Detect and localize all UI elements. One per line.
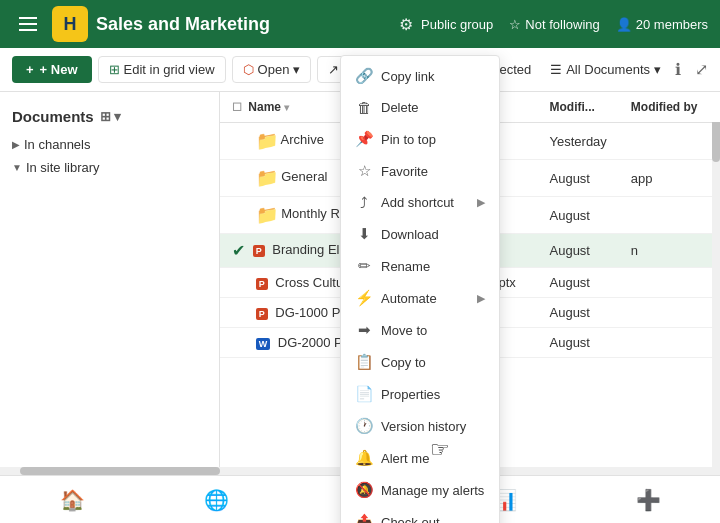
menu-label-move-to: Move to <box>381 323 427 338</box>
menu-item-manage-alerts[interactable]: 🔕 Manage my alerts <box>341 474 499 506</box>
properties-icon: 📄 <box>355 385 373 403</box>
expand-icon[interactable]: ⤢ <box>695 60 708 79</box>
sidebar-header: Documents ⊞ ▾ <box>0 104 219 133</box>
row-check-icon: ✔ <box>232 242 245 259</box>
cell-modified: August <box>538 268 619 298</box>
menu-item-rename[interactable]: ✏ Rename <box>341 250 499 282</box>
col-header-modified-by[interactable]: Modified by <box>619 92 710 123</box>
cell-modified-by: app <box>619 160 710 197</box>
copy-link-icon: 🔗 <box>355 67 373 85</box>
pptx-icon: P <box>256 308 268 320</box>
menu-item-move-to[interactable]: ➡ Move to <box>341 314 499 346</box>
menu-item-automate[interactable]: ⚡ Automate ▶ <box>341 282 499 314</box>
col-header-add[interactable]: + Add column <box>710 92 720 123</box>
menu-label-version-history: Version history <box>381 419 466 434</box>
menu-label-favorite: Favorite <box>381 164 428 179</box>
sidebar-in-channels[interactable]: ▶ In channels <box>0 133 219 156</box>
group-type: Public group <box>421 17 493 32</box>
top-navigation: H Sales and Marketing ⚙ Public group ☆ N… <box>0 0 720 48</box>
col-header-modified[interactable]: Modifi... <box>538 92 619 123</box>
rename-icon: ✏ <box>355 257 373 275</box>
h-scrollbar-thumb[interactable] <box>20 467 220 475</box>
menu-label-download: Download <box>381 227 439 242</box>
bottom-nav-web[interactable]: 🌐 <box>204 488 229 512</box>
cell-modified-by <box>619 268 710 298</box>
cell-modified-by <box>619 197 710 234</box>
cell-modified: August <box>538 160 619 197</box>
folder-icon: 📁 <box>256 168 278 188</box>
folder-icon: 📁 <box>256 131 278 151</box>
cell-modified: August <box>538 328 619 358</box>
check-out-icon: 📤 <box>355 513 373 523</box>
manage-alerts-icon: 🔕 <box>355 481 373 499</box>
menu-label-pin-to-top: Pin to top <box>381 132 436 147</box>
menu-label-automate: Automate <box>381 291 437 306</box>
download-icon: ⬇ <box>355 225 373 243</box>
bottom-nav-add[interactable]: ➕ <box>636 488 661 512</box>
open-button[interactable]: ⬡ Open ▾ <box>232 56 312 83</box>
menu-label-rename: Rename <box>381 259 430 274</box>
menu-item-delete[interactable]: 🗑 Delete <box>341 92 499 123</box>
cell-modified-by <box>619 123 710 160</box>
move-to-icon: ➡ <box>355 321 373 339</box>
cell-modified: Yesterday <box>538 123 619 160</box>
automate-icon: ⚡ <box>355 289 373 307</box>
hamburger-menu[interactable] <box>12 8 44 40</box>
sidebar-in-site-library[interactable]: ▼ In site library <box>0 156 219 179</box>
alert-me-icon: 🔔 <box>355 449 373 467</box>
docx-icon: W <box>256 338 271 350</box>
pptx-icon: P <box>256 278 268 290</box>
site-title: Sales and Marketing <box>96 14 391 35</box>
menu-label-properties: Properties <box>381 387 440 402</box>
add-shortcut-icon: ⤴ <box>355 194 373 211</box>
app-logo: H <box>52 6 88 42</box>
cell-modified-by: n <box>619 234 710 268</box>
file-name: Archive <box>281 132 324 147</box>
submenu-chevron: ▶ <box>477 292 485 305</box>
cell-modified: August <box>538 298 619 328</box>
menu-item-pin-to-top[interactable]: 📌 Pin to top <box>341 123 499 155</box>
menu-item-version-history[interactable]: 🕐 Version history <box>341 410 499 442</box>
settings-icon[interactable]: ⚙ <box>399 15 413 34</box>
favorite-icon: ☆ <box>355 162 373 180</box>
edit-grid-button[interactable]: ⊞ Edit in grid view <box>98 56 226 83</box>
following-button[interactable]: ☆ Not following <box>509 17 599 32</box>
menu-item-favorite[interactable]: ☆ Favorite <box>341 155 499 187</box>
submenu-chevron: ▶ <box>477 196 485 209</box>
members-button[interactable]: 👤 20 members <box>616 17 708 32</box>
folder-icon: 📁 <box>256 205 278 225</box>
menu-item-copy-to[interactable]: 📋 Copy to <box>341 346 499 378</box>
bottom-nav-home[interactable]: 🏠 <box>60 488 85 512</box>
menu-label-check-out: Check out <box>381 515 440 524</box>
menu-label-add-shortcut: Add shortcut <box>381 195 454 210</box>
info-icon[interactable]: ℹ <box>675 60 681 79</box>
delete-icon: 🗑 <box>355 99 373 116</box>
nav-right: Public group ☆ Not following 👤 20 member… <box>421 17 708 32</box>
menu-label-copy-link: Copy link <box>381 69 434 84</box>
menu-item-download[interactable]: ⬇ Download <box>341 218 499 250</box>
pin-to-top-icon: 📌 <box>355 130 373 148</box>
menu-label-manage-alerts: Manage my alerts <box>381 483 484 498</box>
menu-item-copy-link[interactable]: 🔗 Copy link <box>341 60 499 92</box>
copy-to-icon: 📋 <box>355 353 373 371</box>
all-documents-filter[interactable]: ☰ All Documents ▾ <box>550 62 661 77</box>
new-button[interactable]: + + New <box>12 56 92 83</box>
vertical-scrollbar[interactable] <box>712 92 720 523</box>
cell-modified: August <box>538 234 619 268</box>
file-name: General <box>281 169 327 184</box>
cell-modified: August <box>538 197 619 234</box>
context-menu: 🔗 Copy link 🗑 Delete 📌 Pin to top ☆ Favo… <box>340 55 500 523</box>
pptx-icon: P <box>253 245 265 257</box>
menu-item-check-out[interactable]: 📤 Check out <box>341 506 499 523</box>
cell-modified-by <box>619 328 710 358</box>
menu-item-properties[interactable]: 📄 Properties <box>341 378 499 410</box>
version-history-icon: 🕐 <box>355 417 373 435</box>
cell-modified-by <box>619 298 710 328</box>
menu-item-add-shortcut[interactable]: ⤴ Add shortcut ▶ <box>341 187 499 218</box>
menu-label-delete: Delete <box>381 100 419 115</box>
sidebar: Documents ⊞ ▾ ▶ In channels ▼ In site li… <box>0 92 220 523</box>
menu-label-alert-me: Alert me <box>381 451 429 466</box>
menu-label-copy-to: Copy to <box>381 355 426 370</box>
menu-item-alert-me[interactable]: 🔔 Alert me <box>341 442 499 474</box>
